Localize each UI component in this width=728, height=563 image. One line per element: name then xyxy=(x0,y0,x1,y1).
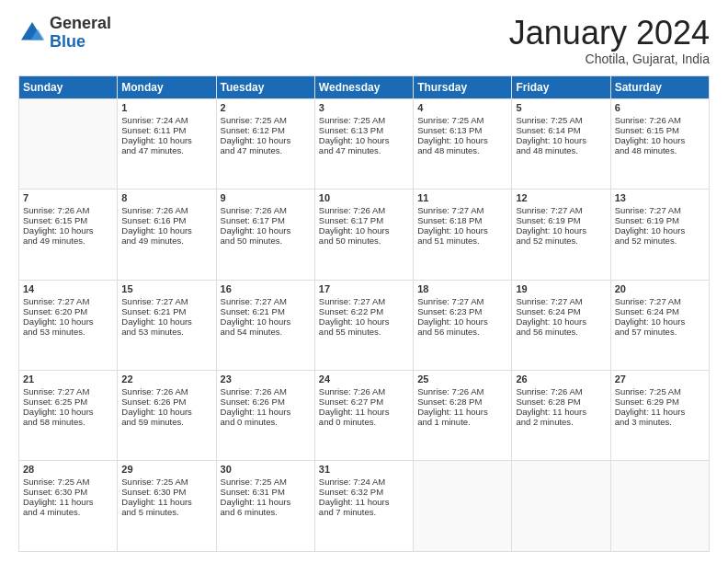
day-number: 2 xyxy=(221,102,311,113)
day-number: 26 xyxy=(516,373,606,385)
day-info-line: and 3 minutes. xyxy=(615,417,705,427)
calendar-cell: 3Sunrise: 7:25 AMSunset: 6:13 PMDaylight… xyxy=(314,98,413,189)
day-info-line: Daylight: 11 hours xyxy=(319,497,409,507)
calendar-cell: 20Sunrise: 7:27 AMSunset: 6:24 PMDayligh… xyxy=(610,280,709,370)
day-info-line: Daylight: 10 hours xyxy=(516,225,606,236)
day-number: 18 xyxy=(417,283,507,294)
calendar-cell: 7Sunrise: 7:26 AMSunset: 6:15 PMDaylight… xyxy=(19,190,118,280)
day-info-line: and 47 minutes. xyxy=(221,145,311,155)
day-info-line: Daylight: 10 hours xyxy=(121,225,211,236)
day-info-line: and 4 minutes. xyxy=(23,507,113,517)
day-info-line: and 6 minutes. xyxy=(221,507,311,517)
calendar-cell xyxy=(414,461,512,552)
day-header-wednesday: Wednesday xyxy=(314,75,413,98)
day-info-line: and 2 minutes. xyxy=(516,417,606,427)
calendar-header: SundayMondayTuesdayWednesdayThursdayFrid… xyxy=(19,75,710,98)
day-info-line: and 47 minutes. xyxy=(319,145,409,155)
calendar-cell: 2Sunrise: 7:25 AMSunset: 6:12 PMDaylight… xyxy=(216,98,314,189)
calendar-cell: 5Sunrise: 7:25 AMSunset: 6:14 PMDaylight… xyxy=(512,98,610,189)
day-info-line: Sunrise: 7:27 AM xyxy=(615,205,705,215)
calendar-cell xyxy=(19,98,118,189)
day-number: 27 xyxy=(615,373,705,385)
day-info-line: and 0 minutes. xyxy=(319,417,409,427)
calendar-cell: 12Sunrise: 7:27 AMSunset: 6:19 PMDayligh… xyxy=(512,190,610,280)
day-info-line: and 47 minutes. xyxy=(121,145,211,155)
calendar-week-1: 1Sunrise: 7:24 AMSunset: 6:11 PMDaylight… xyxy=(19,98,710,189)
location-subtitle: Chotila, Gujarat, India xyxy=(509,52,710,66)
day-info-line: Daylight: 10 hours xyxy=(516,316,606,327)
calendar-week-5: 28Sunrise: 7:25 AMSunset: 6:30 PMDayligh… xyxy=(19,461,710,552)
day-info-line: Daylight: 10 hours xyxy=(516,135,606,145)
day-info-line: Sunset: 6:19 PM xyxy=(615,215,705,225)
day-info-line: Daylight: 10 hours xyxy=(221,225,311,236)
day-info-line: and 48 minutes. xyxy=(615,145,705,155)
day-info-line: Daylight: 10 hours xyxy=(23,225,113,236)
day-info-line: Sunrise: 7:27 AM xyxy=(516,296,606,306)
day-info-line: Sunrise: 7:24 AM xyxy=(319,477,409,487)
day-info-line: Daylight: 10 hours xyxy=(121,135,211,145)
day-info-line: and 0 minutes. xyxy=(221,417,311,427)
day-number: 22 xyxy=(121,373,211,385)
day-info-line: Sunset: 6:32 PM xyxy=(319,487,409,497)
day-info-line: Sunset: 6:16 PM xyxy=(121,215,211,225)
day-info-line: Sunrise: 7:25 AM xyxy=(615,386,705,396)
day-info-line: Daylight: 10 hours xyxy=(417,316,507,327)
day-info-line: Sunrise: 7:26 AM xyxy=(615,115,705,125)
day-header-friday: Friday xyxy=(512,75,610,98)
day-info-line: Sunset: 6:20 PM xyxy=(23,306,113,316)
day-info-line: Sunrise: 7:26 AM xyxy=(221,386,311,396)
logo-general: General xyxy=(50,15,111,33)
day-info-line: and 58 minutes. xyxy=(23,417,113,427)
day-info-line: and 50 minutes. xyxy=(221,236,311,246)
day-info-line: Sunrise: 7:26 AM xyxy=(319,386,409,396)
calendar-cell: 4Sunrise: 7:25 AMSunset: 6:13 PMDaylight… xyxy=(414,98,512,189)
day-number: 16 xyxy=(221,283,311,294)
title-block: January 2024 Chotila, Gujarat, India xyxy=(509,15,710,66)
month-title: January 2024 xyxy=(509,15,710,52)
day-header-row: SundayMondayTuesdayWednesdayThursdayFrid… xyxy=(19,75,710,98)
day-number: 30 xyxy=(221,464,311,475)
day-info-line: and 7 minutes. xyxy=(319,507,409,517)
day-info-line: and 57 minutes. xyxy=(615,327,705,337)
calendar-cell: 23Sunrise: 7:26 AMSunset: 6:26 PMDayligh… xyxy=(216,371,314,461)
day-info-line: Sunset: 6:24 PM xyxy=(516,306,606,316)
day-info-line: Sunset: 6:11 PM xyxy=(121,125,211,135)
day-info-line: Sunset: 6:23 PM xyxy=(417,306,507,316)
calendar-week-3: 14Sunrise: 7:27 AMSunset: 6:20 PMDayligh… xyxy=(19,280,710,370)
day-info-line: and 49 minutes. xyxy=(121,236,211,246)
calendar-cell: 13Sunrise: 7:27 AMSunset: 6:19 PMDayligh… xyxy=(610,190,709,280)
day-info-line: and 54 minutes. xyxy=(221,327,311,337)
day-number: 4 xyxy=(417,102,507,113)
day-info-line: Sunrise: 7:27 AM xyxy=(615,296,705,306)
day-info-line: Daylight: 10 hours xyxy=(615,316,705,327)
day-info-line: and 50 minutes. xyxy=(319,236,409,246)
day-info-line: Sunrise: 7:26 AM xyxy=(121,386,211,396)
day-info-line: Sunset: 6:21 PM xyxy=(221,306,311,316)
day-info-line: Sunset: 6:27 PM xyxy=(319,396,409,407)
calendar-cell: 9Sunrise: 7:26 AMSunset: 6:17 PMDaylight… xyxy=(216,190,314,280)
day-info-line: and 52 minutes. xyxy=(615,236,705,246)
day-info-line: Sunrise: 7:27 AM xyxy=(417,205,507,215)
day-info-line: Sunrise: 7:25 AM xyxy=(221,115,311,125)
day-info-line: Sunset: 6:22 PM xyxy=(319,306,409,316)
day-header-saturday: Saturday xyxy=(610,75,709,98)
day-info-line: Sunset: 6:15 PM xyxy=(23,215,113,225)
day-info-line: Daylight: 10 hours xyxy=(23,407,113,417)
day-info-line: Daylight: 11 hours xyxy=(121,497,211,507)
day-number: 7 xyxy=(23,192,113,203)
day-info-line: Daylight: 10 hours xyxy=(417,135,507,145)
day-info-line: Sunrise: 7:25 AM xyxy=(417,115,507,125)
day-info-line: Sunset: 6:31 PM xyxy=(221,487,311,497)
calendar-week-2: 7Sunrise: 7:26 AMSunset: 6:15 PMDaylight… xyxy=(19,190,710,280)
calendar-cell: 17Sunrise: 7:27 AMSunset: 6:22 PMDayligh… xyxy=(314,280,413,370)
calendar-cell: 24Sunrise: 7:26 AMSunset: 6:27 PMDayligh… xyxy=(314,371,413,461)
calendar-cell: 10Sunrise: 7:26 AMSunset: 6:17 PMDayligh… xyxy=(314,190,413,280)
day-info-line: Sunset: 6:30 PM xyxy=(121,487,211,497)
day-number: 11 xyxy=(417,192,507,203)
calendar-cell: 28Sunrise: 7:25 AMSunset: 6:30 PMDayligh… xyxy=(19,461,118,552)
calendar-body: 1Sunrise: 7:24 AMSunset: 6:11 PMDaylight… xyxy=(19,98,710,551)
day-number: 6 xyxy=(615,102,705,113)
day-info-line: Sunrise: 7:25 AM xyxy=(23,477,113,487)
day-number: 14 xyxy=(23,283,113,294)
day-info-line: Sunrise: 7:27 AM xyxy=(319,296,409,306)
